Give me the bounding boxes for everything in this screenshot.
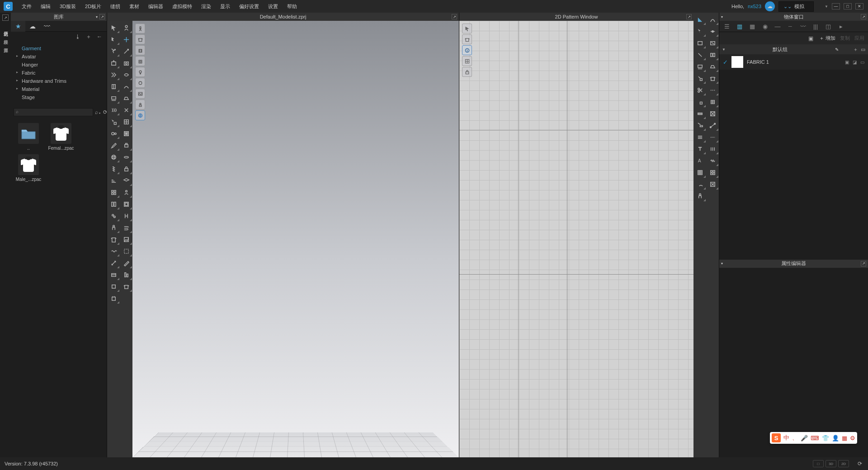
asset-female-shirt[interactable]: Femal...zpac — [47, 123, 75, 151]
window-close[interactable]: ✕ — [855, 3, 863, 9]
tool-layers-1[interactable] — [120, 175, 132, 186]
ov-globe[interactable] — [135, 110, 145, 120]
tool-fold[interactable] — [107, 69, 120, 81]
tool-gizmo[interactable] — [120, 33, 132, 45]
ov2d-garment[interactable] — [462, 34, 472, 44]
obj-tab-bars[interactable]: ||| — [810, 22, 821, 31]
menu-render[interactable]: 渲染 — [197, 0, 216, 13]
obj-tab-dash[interactable]: ┄ — [784, 22, 796, 31]
viewport-3d-popout-icon[interactable]: ↗ — [452, 14, 457, 19]
tool2d-baseline[interactable] — [706, 131, 719, 143]
search-filter-icon[interactable]: ⌕▾ — [95, 109, 101, 116]
fabric-swatch[interactable] — [731, 56, 743, 68]
obj-tab-line[interactable]: — — [772, 22, 783, 31]
ov2d-lock[interactable] — [462, 67, 472, 77]
fabric-action-1-icon[interactable]: ▣ — [845, 60, 849, 65]
library-add-icon[interactable]: ＋ — [85, 33, 92, 40]
ime-punct[interactable]: 、 — [792, 434, 798, 442]
username[interactable]: nx523 — [748, 4, 761, 9]
tool-grading[interactable] — [107, 175, 120, 186]
library-tab-threads[interactable]: 〰 — [40, 21, 54, 32]
tool-padding[interactable] — [120, 198, 132, 210]
obj-open-icon[interactable]: ▣ — [807, 35, 815, 42]
canvas-3d[interactable] — [132, 21, 459, 457]
tool2d-grid[interactable] — [693, 166, 706, 178]
tool-arrangement-point[interactable] — [120, 57, 132, 69]
menu-preferences[interactable]: 偏好设置 — [235, 0, 264, 13]
tool2d-seam-line[interactable] — [706, 119, 719, 131]
panel-popout-icon[interactable]: ↗ — [2, 14, 9, 21]
tool-select[interactable] — [107, 22, 120, 33]
tool-seam-free[interactable] — [120, 81, 132, 92]
tool2d-slash[interactable] — [693, 49, 706, 61]
window-minimize[interactable]: — — [832, 3, 840, 9]
tree-item-stage[interactable]: Stage — [15, 93, 102, 101]
status-mode-2d[interactable]: 2D — [838, 460, 849, 467]
menu-materials-assets[interactable]: 素材 — [125, 0, 144, 13]
tool-attach-link[interactable] — [120, 210, 132, 222]
tool-measure[interactable] — [107, 257, 120, 269]
tool2d-edit-curve2[interactable] — [693, 178, 706, 190]
property-panel-popout-icon[interactable]: ↗ — [861, 261, 866, 266]
menu-edit[interactable]: 编辑 — [36, 0, 55, 13]
window-maximize[interactable]: □ — [844, 3, 852, 9]
cloud-sync-button[interactable]: ☁ — [765, 1, 775, 11]
tool-seam-allowance[interactable] — [120, 245, 132, 257]
group-add-icon[interactable]: ＋ — [853, 46, 858, 53]
tool2d-elastic[interactable] — [693, 108, 706, 119]
tool2d-dart[interactable] — [693, 131, 706, 143]
obj-paste-button[interactable]: 应用 — [854, 35, 864, 42]
ov-show-mesh[interactable] — [135, 56, 145, 66]
tree-item-avatar[interactable]: Avatar — [15, 52, 102, 61]
tool-edit-mesh[interactable] — [120, 45, 132, 57]
tool-select-mesh[interactable] — [107, 33, 120, 45]
obj-tab-fabric[interactable]: ▥ — [734, 22, 745, 31]
tool-select-link[interactable] — [107, 210, 120, 222]
tool2d-edit-curve[interactable] — [706, 14, 719, 25]
tool-wind[interactable] — [120, 222, 132, 233]
menu-editor[interactable]: 编辑器 — [144, 0, 168, 13]
tool-binding[interactable] — [107, 198, 120, 210]
tree-item-hardware[interactable]: Hardware and Trims — [15, 77, 102, 85]
tool2d-scissors-line[interactable] — [706, 84, 719, 96]
obj-add-button[interactable]: ＋ 增加 — [819, 35, 835, 42]
tab-modules[interactable]: 模块库 — [1, 33, 10, 40]
object-panel-popout-icon[interactable]: ↗ — [861, 14, 866, 19]
fabric-row[interactable]: ✓ FABRIC 1 ▣ ◪ ▭ — [719, 54, 868, 70]
menu-display[interactable]: 显示 — [216, 0, 235, 13]
group-rename-icon[interactable]: ✎ — [835, 47, 839, 52]
tool-texture[interactable] — [120, 128, 132, 139]
obj-tab-more[interactable]: ▸ — [835, 22, 847, 31]
tool2d-edit-pattern[interactable] — [693, 14, 706, 25]
tool-arrangement[interactable] — [107, 57, 120, 69]
tool-modular[interactable] — [107, 186, 120, 198]
asset-male-shirt[interactable]: Male_...zpac — [14, 154, 42, 182]
tool-topstitch-hide[interactable] — [107, 292, 120, 304]
tool-trimming-select[interactable] — [107, 116, 120, 128]
tool2d-internal-line[interactable] — [706, 37, 719, 49]
tool-brush[interactable] — [107, 139, 120, 151]
tool-buttonhole[interactable] — [120, 151, 132, 163]
property-title-dropdown[interactable]: ▾ — [721, 261, 723, 266]
tool-fastener[interactable] — [107, 128, 120, 139]
tool2d-rectangle[interactable] — [693, 37, 706, 49]
menu-avatar[interactable]: 虚拟模特 — [168, 0, 197, 13]
ov2d-select[interactable] — [462, 24, 472, 33]
tool2d-transform[interactable] — [693, 25, 706, 37]
ov-camera[interactable] — [135, 100, 145, 109]
obj-tab-list[interactable]: ☰ — [721, 22, 733, 31]
status-mode-1[interactable]: □ — [813, 460, 824, 467]
tool2d-sewing-seg[interactable] — [706, 49, 719, 61]
menu-settings[interactable]: 设置 — [264, 0, 283, 13]
ov-light[interactable] — [135, 67, 145, 77]
tool-collision[interactable] — [107, 269, 120, 280]
ime-settings-icon[interactable]: ⚙ — [850, 435, 855, 442]
ov-show-wire[interactable] — [135, 45, 145, 55]
tool-body-shape[interactable] — [107, 222, 120, 233]
fabric-action-2-icon[interactable]: ◪ — [853, 60, 857, 65]
tool-select-avatar[interactable] — [120, 22, 132, 33]
obj-tab-wave[interactable]: 〰 — [797, 22, 809, 31]
ime-mic-icon[interactable]: 🎤 — [801, 435, 808, 442]
tool-button[interactable] — [107, 151, 120, 163]
canvas-2d[interactable] — [459, 21, 693, 457]
